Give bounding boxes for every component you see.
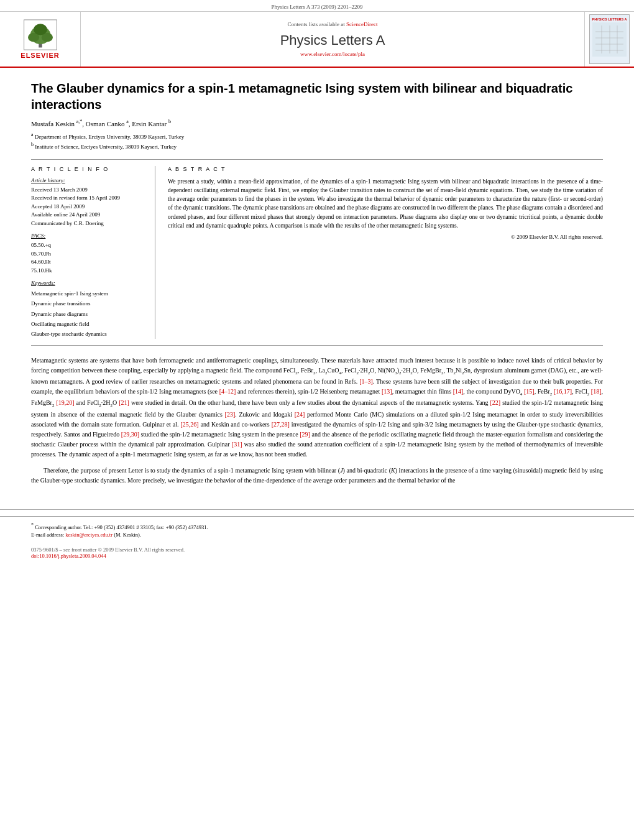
body-paragraph-1: Metamagnetic systems are systems that ha… [31,356,603,459]
keywords-title: Keywords: [31,280,146,286]
author-sup-a: a,* [76,119,83,124]
authors-line: Mustafa Keskin a,*, Osman Canko a, Ersin… [31,119,603,127]
accepted-date: Accepted 18 April 2009 [31,203,146,211]
keyword-1: Metamagnetic spin-1 Ising system [31,288,146,298]
affiliation-b: b Institute of Science, Erciyes Universi… [31,141,603,152]
elsevier-logo-area: ELSEVIER [0,12,81,67]
ref-23: [23] [225,411,236,418]
ref-29: [29] [300,431,310,438]
pacs-code-4: 75.10.Hk [31,267,146,275]
cover-image-icon [592,22,627,57]
journal-url[interactable]: www.elsevier.com/locate/pla [300,51,365,57]
communicated-by: Communicated by C.R. Doering [31,219,146,228]
pacs-code-3: 64.60.Ht [31,258,146,267]
ref-29-30: [29,30] [121,431,139,438]
footer-area: * Corresponding author. Tel.: +90 (352) … [0,516,634,544]
doi-link[interactable]: doi:10.1016/j.physleta.2009.04.044 [31,553,106,559]
ref-22: [22] [490,399,501,406]
received-revised-date: Received in revised form 15 April 2009 [31,194,146,203]
ref-31: [31] [232,441,242,448]
svg-rect-6 [592,22,627,57]
elsevier-logo: ELSEVIER [21,19,59,59]
available-date: Available online 24 April 2009 [31,211,146,219]
journal-banner: ELSEVIER Contents lists available at Sci… [0,12,634,68]
abstract-column: A B S T R A C T We present a study, with… [168,166,603,339]
article-history-title: Article history: [31,177,146,183]
pacs-code-2: 05.70.Fh [31,250,146,259]
journal-main-title: Physics Letters A [280,32,385,48]
keyword-4: Oscillating magnetic field [31,319,146,329]
journal-cover-area: PHYSICS LETTERS A [584,12,634,67]
article-info-column: A R T I C L E I N F O Article history: R… [31,166,155,339]
affiliation-a: a Department of Physics, Erciyes Univers… [31,131,603,142]
author-sup-b: b [168,119,171,124]
email-address[interactable]: keskin@erciyes.edu.tr [65,532,113,538]
footer-separator [0,509,634,510]
ref-15: [15] [524,388,535,395]
abstract-text: We present a study, within a mean-field … [168,177,603,231]
footer-bottom: 0375-9601/$ – see front matter © 2009 El… [0,544,634,561]
keyword-5: Glauber-type stochastic dynamics [31,329,146,339]
footnote-corresponding: * Corresponding author. Tel.: +90 (352) … [31,522,603,532]
body-paragraph-2: Therefore, the purpose of present Letter… [31,466,603,486]
email-label: E-mail address: [31,532,64,538]
keywords-list: Metamagnetic spin-1 Ising system Dynamic… [31,288,146,339]
ref-4-12: [4–12] [219,388,236,395]
elsevier-tree-icon [22,19,59,50]
author-sup-a2: a [126,119,129,124]
cover-title-text: PHYSICS LETTERS A [592,17,627,21]
journal-title-area: Contents lists available at ScienceDirec… [81,12,584,67]
ref-1-3: [1–3] [359,378,373,385]
ref-16-17: [16,17] [554,388,572,395]
keyword-2: Dynamic phase transitions [31,298,146,308]
journal-ref-line: Physics Letters A 373 (2009) 2201–2209 [0,0,634,12]
ref-27-28: [27,28] [272,421,290,428]
svg-point-4 [34,24,47,35]
journal-ref-text: Physics Letters A 373 (2009) 2201–2209 [271,4,362,10]
email-name: (M. Keskin). [114,532,141,538]
article-columns: A R T I C L E I N F O Article history: R… [31,159,603,346]
ref-21: [21] [119,399,129,406]
article-title: The Glauber dynamics for a spin-1 metama… [31,80,603,113]
ref-19-20: [19,20] [56,399,74,406]
ref-25-26: [25,26] [181,421,199,428]
contents-line: Contents lists available at ScienceDirec… [288,21,378,27]
footnote-star: * [31,522,34,528]
ref-24: [24] [295,411,305,418]
ref-14: [14] [453,388,464,395]
pacs-code-1: 05.50.+q [31,241,146,250]
main-content: The Glauber dynamics for a spin-1 metama… [0,68,634,504]
keyword-3: Dynamic phase diagrams [31,309,146,319]
footnote-email: E-mail address: keskin@erciyes.edu.tr (M… [31,531,603,539]
received-date: Received 13 March 2009 [31,186,146,195]
journal-cover-thumbnail: PHYSICS LETTERS A [589,14,630,64]
sciencedirect-link[interactable]: ScienceDirect [346,21,377,27]
elsevier-wordmark: ELSEVIER [21,52,59,59]
ref-18: [18] [591,388,602,395]
pacs-title: PACS: [31,233,146,239]
article-info-title: A R T I C L E I N F O [31,166,146,172]
issn-line: 0375-9601/$ – see front matter © 2009 El… [31,547,603,553]
doi-line: doi:10.1016/j.physleta.2009.04.044 [31,553,603,559]
corresponding-author-text: Corresponding author. Tel.: +90 (352) 43… [35,524,208,530]
ref-13: [13] [382,388,392,395]
abstract-title: A B S T R A C T [168,166,603,172]
affiliations: a Department of Physics, Erciyes Univers… [31,131,603,152]
abstract-copyright: © 2009 Elsevier B.V. All rights reserved… [168,234,603,240]
